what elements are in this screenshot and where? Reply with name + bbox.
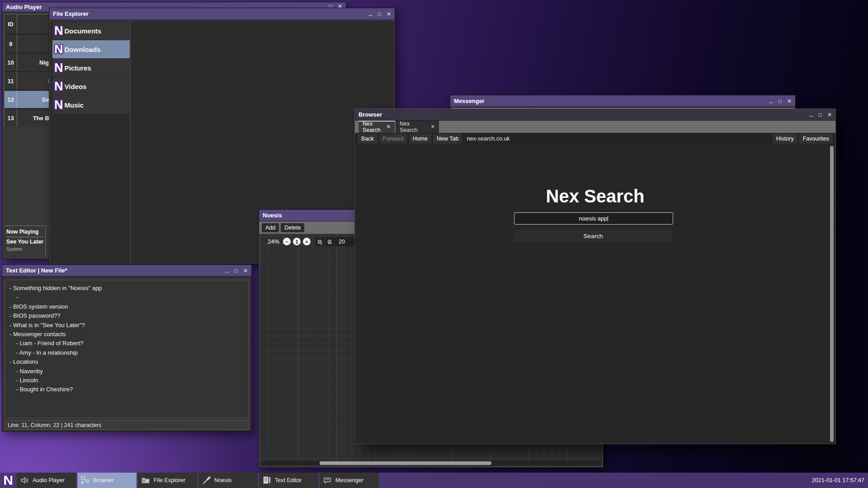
folder-item-videos[interactable]: N Videos xyxy=(52,77,130,95)
url-bar[interactable]: nex-search.co.uk xyxy=(464,136,770,142)
screwdriver-icon xyxy=(202,476,211,485)
browser-titlebar: Browser ─ □ ✕ xyxy=(355,109,835,121)
tab-nex-search-inactive[interactable]: Nex Search ✕ xyxy=(396,121,439,133)
zoom-out-button[interactable]: − xyxy=(283,238,291,245)
now-playing-info: Now Playing See You Later System xyxy=(5,227,46,257)
start-button[interactable]: N xyxy=(0,473,16,488)
close-icon[interactable]: ✕ xyxy=(243,268,248,273)
folder-item-downloads[interactable]: N Downloads xyxy=(52,40,130,58)
track-id: 10 xyxy=(5,54,17,71)
maximize-icon[interactable]: □ xyxy=(778,99,782,104)
maximize-icon[interactable]: □ xyxy=(235,268,238,273)
text-line: - Something hidden in "Noesis" app xyxy=(9,284,244,293)
browser-title: Browser xyxy=(359,111,382,118)
messenger-titlebar: Messenger ─ □ ✕ xyxy=(450,95,795,107)
messenger-window-controls: ─ □ ✕ xyxy=(769,95,792,107)
tab-label: Nex Search xyxy=(363,121,382,133)
window-browser: Browser ─ □ ✕ Nex Search ✕ Nex Search ✕ … xyxy=(354,108,836,444)
status-bar: Line: 11, Column: 22 | 241 characters xyxy=(5,420,249,430)
now-playing-artist: System xyxy=(5,245,45,252)
back-button[interactable]: Back xyxy=(358,134,377,144)
track-title: R xyxy=(18,72,52,89)
search-input-value: noesis app xyxy=(579,215,608,222)
text-line: - BIOS password?? xyxy=(9,311,244,320)
forward-button[interactable]: Forward xyxy=(379,134,407,144)
minimize-icon[interactable]: ─ xyxy=(225,269,229,275)
text-line: - BIOS system version xyxy=(9,302,244,311)
tab-close-icon[interactable]: ✕ xyxy=(431,124,435,130)
delete-button[interactable]: Delete xyxy=(281,223,304,232)
grid-snap-icon xyxy=(326,239,333,245)
audio-player-title: Audio Player xyxy=(6,4,42,10)
one-icon: 1 xyxy=(295,239,298,244)
folder-label: Documents xyxy=(65,27,102,35)
folder-item-music[interactable]: N Music xyxy=(52,96,130,114)
minimize-icon[interactable]: ─ xyxy=(368,13,373,18)
taskbar-item-label: Messenger xyxy=(335,477,363,483)
text-line: - xyxy=(9,293,244,302)
folder-label: Pictures xyxy=(65,64,91,72)
zoom-in-button[interactable]: + xyxy=(303,238,311,245)
maximize-icon[interactable]: □ xyxy=(378,11,381,17)
minimize-icon[interactable]: ─ xyxy=(809,113,813,119)
track-title xyxy=(18,35,52,52)
tab-nex-search-active[interactable]: Nex Search ✕ xyxy=(359,121,395,133)
text-line: - Lincoln xyxy=(9,376,244,385)
taskbar-item-messenger[interactable]: Messenger xyxy=(320,473,379,488)
minimize-icon[interactable]: ─ xyxy=(769,100,773,105)
scrollbar-handle[interactable] xyxy=(320,461,491,465)
taskbar: N Audio Player Browser File Explorer No xyxy=(0,473,868,488)
track-id: 12 xyxy=(5,91,17,108)
history-button[interactable]: History xyxy=(773,134,797,144)
maximize-icon[interactable]: □ xyxy=(819,112,822,117)
noesis-title: Noesis xyxy=(263,212,282,219)
plus-icon: + xyxy=(305,239,308,244)
horizontal-scrollbar[interactable] xyxy=(260,461,602,465)
browser-window-controls: ─ □ ✕ xyxy=(809,109,832,120)
text-line: - Liam - Friend of Robert? xyxy=(9,339,244,348)
home-button[interactable]: Home xyxy=(409,134,431,144)
folder-label: Music xyxy=(65,101,84,109)
browser-viewport: Nex Search noesis app Search xyxy=(355,145,835,443)
page-heading: Nex Search xyxy=(355,186,835,206)
track-id: 11 xyxy=(5,72,17,89)
chat-bubble-icon xyxy=(323,476,332,485)
taskbar-item-noesis[interactable]: Noesis xyxy=(198,473,258,488)
close-icon[interactable]: ✕ xyxy=(387,11,391,17)
grid-snap-button[interactable] xyxy=(325,237,334,246)
folder-icon: N xyxy=(54,61,63,75)
divider xyxy=(6,237,44,237)
folder-label: Downloads xyxy=(65,46,101,53)
grid-settings-button[interactable] xyxy=(315,237,324,246)
folder-icon: N xyxy=(54,98,63,112)
search-input[interactable]: noesis app xyxy=(514,212,673,225)
tab-close-icon[interactable]: ✕ xyxy=(387,124,391,130)
zoom-reset-button[interactable]: 1 xyxy=(293,238,301,245)
pane-divider[interactable] xyxy=(130,20,131,263)
folder-item-pictures[interactable]: N Pictures xyxy=(52,59,130,77)
text-editor-textarea[interactable]: - Something hidden in "Noesis" app - - B… xyxy=(5,280,249,418)
browser-toolbar: Back Forward Home New Tab nex-search.co.… xyxy=(355,133,835,145)
folder-icon: N xyxy=(54,80,63,94)
taskbar-item-file-explorer[interactable]: File Explorer xyxy=(138,473,197,488)
text-line: - Bought in Cheshire? xyxy=(9,385,244,394)
taskbar-item-audio-player[interactable]: Audio Player xyxy=(17,473,76,488)
favourites-button[interactable]: Favourites xyxy=(799,134,833,144)
search-button[interactable]: Search xyxy=(514,230,672,242)
folder-icon: N xyxy=(54,42,63,56)
folder-item-documents[interactable]: N Documents xyxy=(52,22,130,40)
text-editor-title: Text Editor | New File* xyxy=(6,267,67,274)
text-line: - What is in "See You Later"? xyxy=(9,321,244,330)
close-icon[interactable]: ✕ xyxy=(827,112,832,117)
add-button[interactable]: Add xyxy=(262,223,279,232)
new-tab-button[interactable]: New Tab xyxy=(433,134,462,144)
track-title: See xyxy=(18,91,52,108)
taskbar-item-text-editor[interactable]: Text Editor xyxy=(259,473,318,488)
close-icon[interactable]: ✕ xyxy=(787,99,792,104)
grid-gear-icon xyxy=(316,239,323,245)
taskbar-item-browser[interactable]: Browser xyxy=(77,473,137,488)
messenger-title: Messenger xyxy=(454,98,485,104)
vertical-scrollbar[interactable] xyxy=(830,146,834,442)
network-icon xyxy=(80,476,90,485)
taskbar-item-label: Browser xyxy=(93,477,114,483)
